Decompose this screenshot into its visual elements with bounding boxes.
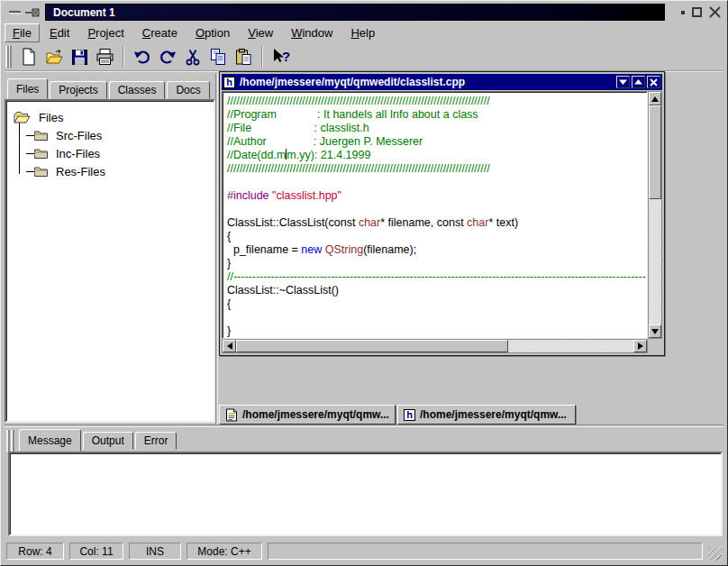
toolbar-separator	[123, 46, 124, 68]
editor-window-controls	[616, 76, 660, 88]
vertical-scrollbar[interactable]	[648, 91, 662, 339]
code-line: }	[227, 324, 647, 338]
file-browser-panel: Files Projects Classes Docs Files Src-Fi…	[5, 78, 215, 423]
code-editor[interactable]: ////////////////////////////////////////…	[222, 91, 648, 339]
scroll-up-button[interactable]	[649, 92, 661, 105]
menu-option[interactable]: Option	[187, 23, 238, 42]
status-col: Col: 11	[69, 543, 123, 560]
code-line: ////////////////////////////////////////…	[227, 95, 647, 108]
tab-files[interactable]: Files	[7, 78, 48, 99]
message-panel: Message Output Error	[5, 428, 723, 539]
menu-file[interactable]: File	[5, 23, 40, 42]
tab-output[interactable]: Output	[83, 432, 133, 450]
open-file-button[interactable]	[42, 45, 66, 68]
cut-button[interactable]	[181, 45, 205, 68]
tree-root-files[interactable]: Files	[14, 108, 210, 126]
code-line: //Author : Juergen P. Messerer	[227, 135, 647, 149]
menubar: File Edit Project Create Option View Win…	[5, 23, 723, 42]
tab-classes[interactable]: Classes	[109, 81, 166, 99]
toolbar-drag-handle[interactable]	[5, 46, 12, 68]
horizontal-scroll-thumb[interactable]	[236, 340, 508, 352]
new-document-button[interactable]	[17, 45, 41, 68]
code-line: p_filename = new QString(filename);	[227, 243, 647, 257]
window-title-area[interactable]: Document 1	[45, 4, 665, 21]
redo-icon	[159, 49, 177, 65]
message-output-area[interactable]	[8, 452, 723, 536]
window-button-label: /home/jmessere/myqt/qmw...	[420, 408, 567, 421]
scroll-left-button[interactable]	[223, 340, 236, 352]
save-icon	[71, 49, 88, 66]
tab-message[interactable]: Message	[19, 429, 81, 452]
titlebar: Document 1	[4, 4, 724, 21]
menu-edit[interactable]: Edit	[41, 23, 77, 42]
editor-window-title: /home/jmessere/myqt/qmwedit/classlist.cp…	[240, 76, 612, 88]
tree-item-inc-files[interactable]: Inc-Files	[14, 144, 210, 162]
scroll-down-button[interactable]	[649, 324, 661, 338]
undo-button[interactable]	[131, 45, 154, 68]
message-panel-tabs: Message Output Error	[19, 428, 178, 452]
resize-grip-icon[interactable]	[708, 547, 722, 561]
tab-error[interactable]: Error	[135, 432, 177, 450]
minimize-icon[interactable]	[616, 76, 630, 88]
copy-button[interactable]	[206, 45, 230, 68]
folder-icon	[33, 129, 49, 142]
menu-project[interactable]: Project	[79, 23, 132, 42]
folder-icon	[33, 165, 49, 178]
horizontal-scrollbar[interactable]	[222, 339, 648, 353]
menu-help[interactable]: Help	[342, 23, 383, 42]
bottom-splitter[interactable]	[5, 424, 723, 427]
code-line: ClassList::~ClassList()	[227, 284, 647, 297]
menu-view[interactable]: View	[240, 23, 281, 42]
panel-drag-handle[interactable]	[6, 430, 14, 452]
dot-icon[interactable]	[681, 11, 685, 14]
pushpin-icon[interactable]	[25, 8, 40, 17]
code-line: }	[227, 257, 647, 270]
maximize-icon[interactable]	[632, 76, 645, 88]
menu-create[interactable]: Create	[134, 23, 186, 42]
vertical-scroll-thumb[interactable]	[649, 105, 661, 199]
code-line: #include "classlist.hpp"	[227, 189, 647, 203]
window-button-cpp[interactable]: /home/jmessere/myqt/qmw...	[219, 405, 396, 424]
status-message	[268, 543, 703, 560]
folder-icon	[33, 147, 49, 160]
redo-button[interactable]	[156, 45, 179, 68]
code-line	[227, 203, 647, 216]
statusbar: Row: 4 Col: 11 INS Mode: C++	[4, 540, 724, 562]
application-window: Document 1 File Edit Project Create Opti…	[0, 0, 728, 566]
editor-area: ////////////////////////////////////////…	[222, 91, 662, 353]
svg-text:?: ?	[282, 49, 290, 64]
close-icon[interactable]	[709, 6, 721, 18]
tree-item-src-files[interactable]: Src-Files	[14, 126, 210, 144]
window-button-h[interactable]: h /home/jmessere/myqt/qmw...	[397, 405, 576, 424]
whats-this-button[interactable]: ?	[269, 45, 293, 68]
paste-button[interactable]	[232, 45, 255, 68]
maximize-icon[interactable]	[692, 7, 702, 17]
code-line: ClassList::ClassList(const char* filenam…	[227, 216, 647, 230]
scroll-right-button[interactable]	[633, 340, 647, 352]
code-line: {	[227, 297, 647, 311]
whats-this-icon: ?	[271, 48, 291, 66]
tab-docs[interactable]: Docs	[167, 81, 209, 99]
new-document-icon	[20, 48, 38, 66]
code-line: //Program : It handels all Info about a …	[227, 108, 647, 122]
tree-item-res-files[interactable]: Res-Files	[14, 162, 210, 180]
file-browser-tabs: Files Projects Classes Docs	[5, 78, 215, 99]
h-file-icon: h	[223, 77, 235, 88]
open-folder-icon	[45, 48, 64, 66]
status-row: Row: 4	[6, 543, 64, 560]
toolbar-separator	[261, 46, 263, 68]
titlebar-left-controls	[4, 4, 45, 21]
editor-window-titlebar[interactable]: h /home/jmessere/myqt/qmwedit/classlist.…	[222, 74, 662, 90]
save-button[interactable]	[68, 45, 91, 68]
cpp-file-icon	[225, 408, 238, 422]
window-title: Document 1	[53, 6, 115, 19]
menu-window[interactable]: Window	[283, 23, 341, 42]
tab-projects[interactable]: Projects	[50, 81, 106, 99]
close-icon[interactable]	[647, 76, 660, 88]
dash-icon[interactable]	[9, 9, 21, 15]
print-button[interactable]	[93, 45, 116, 68]
code-line: //File : classlist.h	[227, 122, 647, 135]
paste-icon	[234, 48, 252, 66]
print-icon	[96, 48, 114, 66]
scrollbar-corner	[648, 339, 662, 353]
